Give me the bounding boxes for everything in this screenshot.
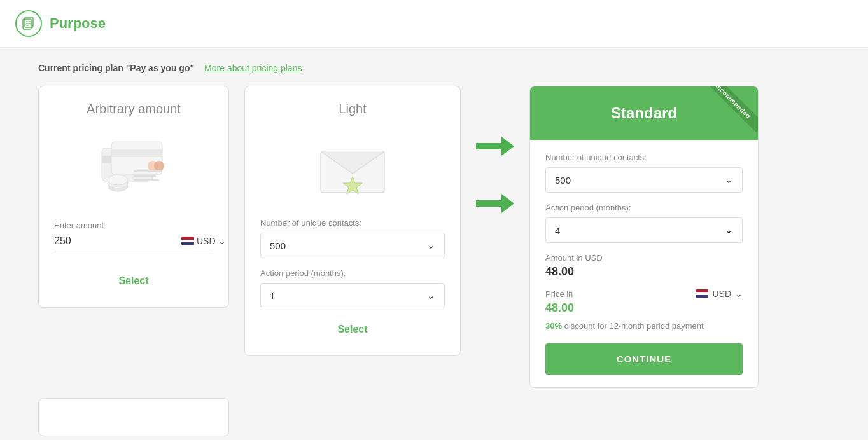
continue-button[interactable]: CONTINUE	[545, 343, 743, 375]
arbitrary-plan-card: Arbitrary amount	[38, 86, 229, 308]
std-currency-label: USD	[712, 289, 731, 299]
price-value: 48.00	[545, 301, 743, 315]
light-plan-card: Light Number of unique contacts: 500 ⌄	[244, 86, 461, 356]
standard-plan-title: Standard	[611, 104, 677, 121]
app-title: Purpose	[50, 15, 106, 32]
svg-rect-8	[111, 149, 162, 157]
discount-text: 30% discount for 12-month period payment	[545, 321, 743, 331]
std-contacts-label: Number of unique contacts:	[545, 153, 743, 162]
light-period-value: 1	[270, 291, 275, 301]
svg-rect-14	[134, 170, 162, 172]
std-contacts-value: 500	[555, 175, 571, 186]
std-currency-chevron: ⌄	[735, 289, 743, 299]
discount-percent: 30%	[545, 321, 562, 331]
light-contacts-dropdown[interactable]: 500 ⌄	[260, 233, 445, 258]
light-contacts-label: Number of unique contacts:	[260, 218, 361, 228]
svg-rect-16	[134, 179, 159, 181]
amount-row: USD ⌄	[54, 235, 213, 251]
arrow-1	[476, 137, 514, 156]
std-usd-flag	[696, 289, 708, 298]
amount-input[interactable]	[54, 235, 181, 247]
svg-rect-15	[134, 175, 156, 177]
discount-description: discount for 12-month period payment	[564, 321, 704, 331]
recommended-badge-text: Recommended	[708, 86, 758, 132]
light-period-chevron: ⌄	[427, 290, 435, 301]
arrow-2	[476, 194, 514, 213]
current-plan-text: Current pricing plan "Pay as you go"	[38, 63, 194, 73]
svg-point-13	[108, 175, 128, 185]
more-plans-link[interactable]: More about pricing plans	[204, 63, 302, 73]
currency-label: USD	[197, 236, 216, 246]
light-contacts-value: 500	[270, 240, 286, 251]
svg-point-10	[154, 161, 164, 171]
light-period-label: Action period (months):	[260, 268, 346, 278]
std-period-value: 4	[555, 225, 560, 236]
standard-plan-body: Number of unique contacts: 500 ⌄ Action …	[530, 140, 758, 387]
standard-plan-card: Standard Recommended Number of unique co…	[529, 86, 759, 388]
app-header: Purpose	[0, 0, 868, 48]
price-currency-select[interactable]: USD ⌄	[696, 289, 743, 299]
arbitrary-select-button[interactable]: Select	[118, 270, 148, 292]
arbitrary-illustration	[89, 129, 178, 205]
standard-plan-header: Standard Recommended	[530, 86, 758, 140]
light-period-dropdown[interactable]: 1 ⌄	[260, 283, 445, 308]
pricing-header: Current pricing plan "Pay as you go" Mor…	[38, 63, 830, 73]
price-label: Price in	[545, 289, 573, 299]
arrows-container	[476, 86, 514, 213]
std-contacts-chevron: ⌄	[725, 174, 733, 186]
std-period-chevron: ⌄	[725, 224, 733, 236]
arbitrary-plan-title: Arbitrary amount	[87, 102, 181, 116]
std-contacts-dropdown[interactable]: 500 ⌄	[545, 167, 743, 193]
main-content: Current pricing plan "Pay as you go" Mor…	[0, 48, 868, 440]
light-illustration	[308, 129, 397, 205]
recommended-badge: Recommended	[708, 86, 758, 136]
enter-amount-label: Enter amount	[54, 221, 104, 230]
currency-chevron: ⌄	[218, 236, 226, 246]
usd-flag	[181, 237, 194, 245]
amount-usd-value: 48.00	[545, 265, 743, 278]
svg-marker-20	[476, 194, 514, 213]
plans-container: Arbitrary amount	[38, 86, 830, 388]
light-plan-title: Light	[339, 102, 366, 116]
price-row: Price in USD ⌄	[545, 289, 743, 299]
std-period-dropdown[interactable]: 4 ⌄	[545, 217, 743, 243]
amount-usd-label: Amount in USD	[545, 253, 743, 263]
light-contacts-chevron: ⌄	[427, 240, 435, 251]
currency-select[interactable]: USD ⌄	[181, 236, 226, 246]
bottom-card-hint	[38, 398, 229, 436]
std-period-label: Action period (months):	[545, 203, 743, 212]
app-logo	[15, 10, 42, 37]
svg-marker-19	[476, 137, 514, 156]
light-select-button[interactable]: Select	[337, 319, 367, 340]
